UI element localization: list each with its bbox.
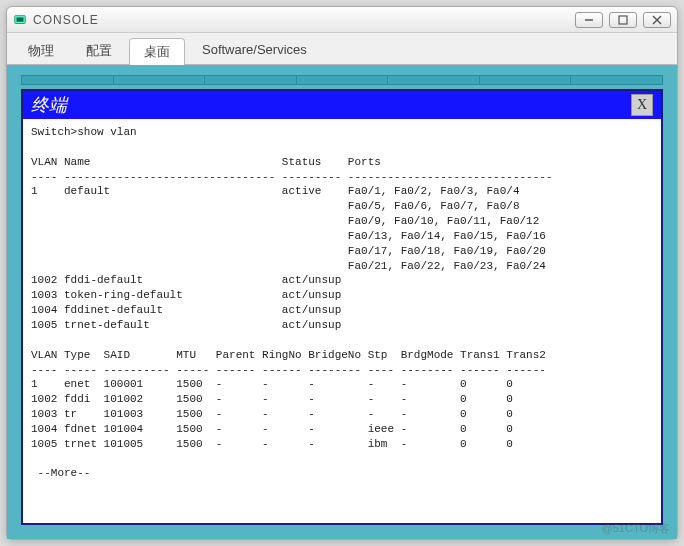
minimize-button[interactable] <box>575 12 603 28</box>
terminal-titlebar: 终端 X <box>23 91 661 119</box>
tab-bar: 物理 配置 桌面 Software/Services <box>7 33 677 65</box>
tab-config[interactable]: 配置 <box>71 37 127 64</box>
titlebar: CONSOLE <box>7 7 677 33</box>
cli-text: Switch>show vlan VLAN Name Status Ports … <box>31 125 657 481</box>
desktop-shortcut-bar <box>21 75 663 85</box>
app-icon <box>13 13 27 27</box>
window-controls <box>575 12 671 28</box>
app-window: CONSOLE 物理 配置 桌面 Software/Services 终端 X … <box>6 6 678 540</box>
tab-software-services[interactable]: Software/Services <box>187 37 322 64</box>
terminal-output[interactable]: Switch>show vlan VLAN Name Status Ports … <box>23 119 661 523</box>
terminal-close-button[interactable]: X <box>631 94 653 116</box>
close-button[interactable] <box>643 12 671 28</box>
tab-physical[interactable]: 物理 <box>13 37 69 64</box>
terminal-window: 终端 X Switch>show vlan VLAN Name Status P… <box>21 89 663 525</box>
tab-desktop[interactable]: 桌面 <box>129 38 185 65</box>
window-title: CONSOLE <box>33 13 575 27</box>
svg-rect-3 <box>619 16 627 24</box>
terminal-title-text: 终端 <box>31 93 67 117</box>
desktop-panel: 终端 X Switch>show vlan VLAN Name Status P… <box>7 65 677 539</box>
watermark: @51CTO博客 <box>602 521 670 536</box>
svg-rect-1 <box>17 17 24 21</box>
maximize-button[interactable] <box>609 12 637 28</box>
